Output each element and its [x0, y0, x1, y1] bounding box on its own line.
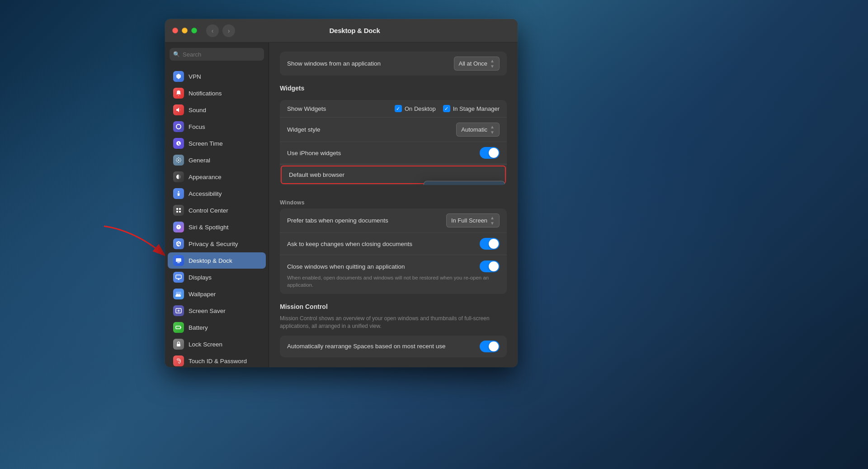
widget-style-row: Widget style Automatic ▲ ▼ [280, 118, 507, 142]
sidebar-item-screen-time[interactable]: Screen Time [168, 135, 266, 152]
default-browser-row[interactable]: Default web browser ✓ Google Chrome ✓ [281, 166, 506, 184]
svg-point-1 [178, 160, 179, 161]
default-browser-label: Default web browser [289, 171, 344, 178]
sidebar-item-accessibility[interactable]: Accessibility [168, 185, 266, 202]
sidebar-item-battery[interactable]: Battery [168, 319, 266, 336]
sidebar-item-notifications[interactable]: Notifications [168, 85, 266, 101]
appearance-icon [173, 171, 184, 182]
svg-point-13 [178, 310, 180, 312]
sidebar-label-focus: Focus [189, 123, 205, 130]
sidebar-label-privacy-security: Privacy & Security [189, 241, 238, 247]
back-button[interactable]: ‹ [206, 24, 219, 37]
on-desktop-checkbox[interactable]: ✓ [395, 105, 402, 112]
focus-icon [173, 121, 184, 132]
minimize-button[interactable] [182, 28, 188, 33]
sidebar-label-screen-saver: Screen Saver [189, 308, 226, 314]
show-widgets-row: Show Widgets ✓ On Desktop ✓ In Stage Man… [280, 100, 507, 118]
sidebar-item-appearance[interactable]: Appearance [168, 169, 266, 185]
prefer-tabs-value[interactable]: In Full Screen ▲ ▼ [446, 213, 500, 227]
mission-control-group: Automatically rearrange Spaces based on … [280, 336, 507, 357]
control-center-icon [173, 205, 184, 216]
sidebar-label-control-center: Control Center [189, 207, 228, 214]
close-windows-label: Close windows when quitting an applicati… [287, 263, 405, 270]
show-widgets-label: Show Widgets [287, 105, 326, 112]
close-windows-toggle[interactable] [480, 261, 500, 272]
siri-icon [173, 222, 184, 232]
sidebar-label-battery: Battery [189, 324, 208, 331]
ask-changes-row: Ask to keep changes when closing documen… [280, 233, 507, 255]
in-stage-manager-checkbox[interactable]: ✓ [443, 105, 450, 112]
auto-rearrange-row: Automatically rearrange Spaces based on … [280, 336, 507, 357]
maximize-button[interactable] [191, 28, 197, 33]
sidebar-label-siri-spotlight: Siri & Spotlight [189, 224, 229, 231]
prefer-tabs-label: Prefer tabs when opening documents [287, 217, 388, 224]
widgets-group: Show Widgets ✓ On Desktop ✓ In Stage Man… [280, 100, 507, 185]
accessibility-icon [173, 188, 184, 199]
auto-rearrange-toggle[interactable] [480, 341, 500, 352]
mission-control-header: Mission Control [280, 303, 507, 313]
prefer-tabs-stepper[interactable]: In Full Screen ▲ ▼ [446, 213, 500, 227]
use-iphone-toggle[interactable] [480, 147, 500, 159]
sidebar-list: VPN Notifications [165, 66, 269, 367]
content-area: 🔍 VPN [165, 43, 518, 367]
window-title: Desktop & Dock [235, 27, 474, 34]
close-button[interactable] [172, 28, 178, 33]
widget-style-value[interactable]: Automatic ▲ ▼ [456, 123, 500, 137]
show-windows-label: Show windows from an application [287, 60, 381, 67]
privacy-icon [173, 238, 184, 249]
mission-control-desc: Mission Control shows an overview of you… [280, 315, 507, 330]
show-windows-stepper[interactable]: All at Once ▲ ▼ [454, 57, 500, 71]
widgets-checkboxes: ✓ On Desktop ✓ In Stage Manager [395, 105, 500, 112]
forward-button[interactable]: › [222, 24, 235, 37]
svg-rect-15 [181, 327, 182, 328]
search-bar[interactable]: 🔍 [170, 48, 264, 61]
notifications-icon [173, 88, 184, 99]
search-icon: 🔍 [173, 51, 180, 57]
sidebar-item-wallpaper[interactable]: Wallpaper [168, 286, 266, 302]
show-windows-value[interactable]: All at Once ▲ ▼ [454, 57, 500, 71]
main-panel: Show windows from an application All at … [269, 43, 518, 367]
windows-section-label: Windows [280, 194, 507, 208]
stepper-arrows: ▲ ▼ [490, 58, 495, 69]
sidebar-item-touch-id[interactable]: Touch ID & Password [168, 353, 266, 367]
sidebar-label-desktop-dock: Desktop & Dock [189, 257, 232, 264]
sidebar-item-sound[interactable]: Sound [168, 102, 266, 118]
sidebar-item-general[interactable]: General [168, 152, 266, 168]
sidebar-item-siri-spotlight[interactable]: Siri & Spotlight [168, 219, 266, 235]
titlebar: ‹ › Desktop & Dock [165, 19, 518, 43]
traffic-lights [172, 28, 197, 33]
widget-style-stepper[interactable]: Automatic ▲ ▼ [456, 123, 500, 137]
svg-point-3 [178, 191, 179, 193]
on-desktop-checkbox-row[interactable]: ✓ On Desktop [395, 105, 436, 112]
sidebar-item-displays[interactable]: Displays [168, 269, 266, 285]
default-browser-container: Default web browser ✓ Google Chrome ✓ [280, 164, 507, 184]
sidebar-label-screen-time: Screen Time [189, 140, 223, 147]
sidebar-item-privacy-security[interactable]: Privacy & Security [168, 236, 266, 252]
sidebar-item-control-center[interactable]: Control Center [168, 202, 266, 218]
sidebar-item-focus[interactable]: Focus [168, 118, 266, 135]
ask-changes-toggle[interactable] [480, 238, 500, 250]
svg-rect-5 [179, 208, 181, 210]
search-input[interactable] [183, 51, 260, 58]
svg-rect-6 [176, 211, 178, 213]
in-stage-manager-checkbox-row[interactable]: ✓ In Stage Manager [443, 105, 500, 112]
svg-rect-7 [179, 211, 181, 213]
sidebar-item-vpn[interactable]: VPN [168, 68, 266, 85]
close-windows-row: Close windows when quitting an applicati… [280, 255, 507, 294]
mission-control-section: Mission Control Mission Control shows an… [280, 303, 507, 357]
svg-point-18 [178, 345, 179, 346]
windows-group: Prefer tabs when opening documents In Fu… [280, 208, 507, 294]
use-iphone-label: Use iPhone widgets [287, 150, 341, 156]
prefer-tabs-arrows: ▲ ▼ [490, 215, 495, 226]
screen-saver-icon [173, 305, 184, 316]
battery-icon [173, 322, 184, 333]
sidebar-item-desktop-dock[interactable]: Desktop & Dock [168, 252, 266, 269]
general-icon [173, 155, 184, 166]
sidebar-item-lock-screen[interactable]: Lock Screen [168, 336, 266, 352]
show-windows-stepper-label: All at Once [459, 60, 488, 67]
svg-rect-8 [176, 258, 181, 262]
ask-changes-label: Ask to keep changes when closing documen… [287, 241, 412, 247]
browser-option-chrome[interactable]: ✓ Google Chrome [424, 181, 505, 185]
widget-style-stepper-label: Automatic [461, 126, 487, 133]
sidebar-item-screen-saver[interactable]: Screen Saver [168, 303, 266, 319]
